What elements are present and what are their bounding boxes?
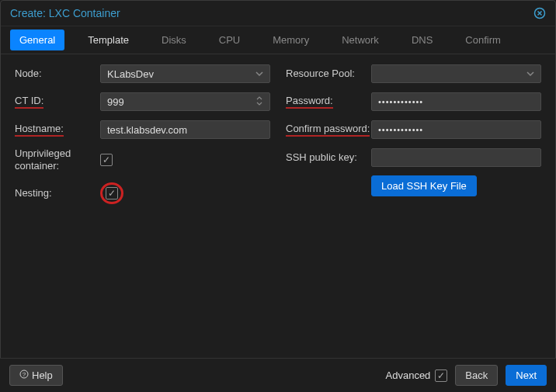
- sshkey-input[interactable]: [378, 152, 534, 164]
- tab-memory: Memory: [263, 29, 318, 50]
- ctid-label: CT ID:: [15, 95, 100, 109]
- node-input[interactable]: [107, 68, 252, 80]
- ctid-input[interactable]: [107, 96, 252, 108]
- node-select[interactable]: [100, 64, 270, 83]
- right-column: Resource Pool: Password: •••••••••••• Co…: [286, 64, 541, 212]
- tab-dns: DNS: [402, 29, 442, 50]
- dialog-title: Create: LXC Container: [10, 7, 120, 19]
- load-ssh-button[interactable]: Load SSH Key File: [371, 175, 477, 196]
- tab-confirm: Confirm: [456, 29, 510, 50]
- confirm-field[interactable]: ••••••••••••: [371, 120, 541, 139]
- password-input[interactable]: ••••••••••••: [378, 97, 423, 106]
- nesting-checkbox[interactable]: [106, 187, 118, 199]
- dialog-header: Create: LXC Container: [1, 1, 555, 26]
- close-icon[interactable]: [533, 7, 546, 19]
- advanced-toggle[interactable]: Advanced: [386, 369, 448, 382]
- unpriv-checkbox[interactable]: [100, 154, 113, 166]
- nesting-label: Nesting:: [15, 187, 100, 199]
- back-button[interactable]: Back: [455, 365, 498, 386]
- sshkey-field[interactable]: [371, 148, 541, 167]
- tab-bar: GeneralTemplateDisksCPUMemoryNetworkDNSC…: [1, 26, 555, 54]
- tab-disks: Disks: [152, 29, 196, 50]
- ctid-spinner[interactable]: [100, 92, 270, 111]
- help-button[interactable]: ? Help: [9, 365, 63, 386]
- sshkey-label: SSH public key:: [286, 151, 371, 164]
- form-content: Node: CT ID: Hostname:: [1, 54, 555, 221]
- confirm-input[interactable]: ••••••••••••: [378, 125, 423, 134]
- password-label: Password:: [286, 95, 371, 109]
- spinner-icon: [255, 95, 263, 109]
- footer: ? Help Advanced Back Next: [0, 358, 556, 392]
- next-button[interactable]: Next: [506, 365, 547, 386]
- advanced-label: Advanced: [386, 369, 431, 381]
- hostname-input[interactable]: [107, 124, 263, 136]
- confirm-label: Confirm password:: [286, 123, 371, 137]
- password-field[interactable]: ••••••••••••: [371, 92, 541, 111]
- tab-general[interactable]: General: [10, 29, 64, 50]
- hostname-label: Hostname:: [15, 123, 100, 137]
- svg-text:?: ?: [23, 371, 26, 378]
- pool-select[interactable]: [371, 64, 541, 83]
- hostname-field[interactable]: [100, 120, 270, 139]
- chevron-down-icon: [526, 68, 534, 80]
- nesting-highlight: [100, 182, 123, 204]
- node-label: Node:: [15, 68, 100, 80]
- unpriv-label: Unprivileged container:: [15, 147, 100, 172]
- pool-label: Resource Pool:: [286, 68, 371, 80]
- advanced-checkbox[interactable]: [435, 369, 447, 382]
- tab-cpu: CPU: [210, 29, 249, 50]
- tab-network: Network: [332, 29, 388, 50]
- help-label: Help: [32, 369, 53, 381]
- left-column: Node: CT ID: Hostname:: [15, 64, 270, 212]
- help-icon: ?: [19, 369, 29, 381]
- chevron-down-icon: [255, 68, 263, 80]
- tab-template[interactable]: Template: [78, 29, 138, 50]
- pool-input[interactable]: [378, 68, 523, 80]
